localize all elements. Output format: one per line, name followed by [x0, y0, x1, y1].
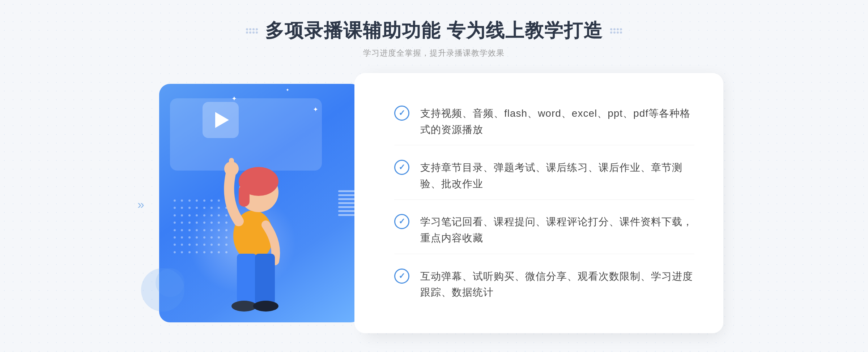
line-2	[338, 194, 356, 196]
svg-rect-4	[237, 254, 257, 304]
checkmark-symbol-3: ✓	[399, 218, 405, 226]
check-icon-3: ✓	[394, 214, 409, 229]
content-area: » ✦ ✦ ✦	[145, 73, 723, 333]
left-illustration: » ✦ ✦ ✦	[145, 73, 369, 333]
svg-rect-9	[229, 158, 234, 171]
line-7	[338, 214, 356, 216]
svg-point-7	[253, 301, 278, 312]
svg-rect-3	[239, 185, 250, 207]
star-decoration-2: ✦	[313, 106, 318, 113]
svg-rect-5	[255, 254, 275, 304]
feature-item-2: ✓ 支持章节目录、弹题考试、课后练习、课后作业、章节测验、批改作业	[394, 153, 694, 200]
left-dot-decoration	[246, 28, 258, 34]
feature-item-1: ✓ 支持视频、音频、flash、word、excel、ppt、pdf等各种格式的…	[394, 98, 694, 146]
line-6	[338, 210, 356, 212]
right-dot-decoration	[610, 28, 622, 34]
header-section: 多项录播课辅助功能 专为线上教学打造 学习进度全掌握，提升录播课教学效果	[246, 18, 622, 59]
chevron-icon: »	[137, 198, 144, 210]
feature-text-4: 互动弹幕、试听购买、微信分享、观看次数限制、学习进度跟踪、数据统计	[420, 269, 694, 301]
star-decoration-3: ✦	[286, 87, 289, 93]
line-4	[338, 202, 356, 204]
page-wrapper: 多项录播课辅助功能 专为线上教学打造 学习进度全掌握，提升录播课教学效果 »	[0, 0, 868, 352]
feature-text-1: 支持视频、音频、flash、word、excel、ppt、pdf等各种格式的资源…	[420, 106, 694, 138]
header-title-row: 多项录播课辅助功能 专为线上教学打造	[246, 18, 622, 43]
check-icon-1: ✓	[394, 106, 409, 121]
svg-point-6	[231, 301, 257, 312]
left-chevron-decoration: »	[137, 198, 144, 210]
illustration-card: ✦ ✦ ✦	[159, 84, 362, 322]
checkmark-symbol-2: ✓	[399, 163, 405, 171]
feature-item-3: ✓ 学习笔记回看、课程提问、课程评论打分、课件资料下载，重点内容收藏	[394, 207, 694, 254]
checkmark-symbol-4: ✓	[399, 272, 405, 280]
deco-circle-small	[156, 268, 184, 297]
check-icon-4: ✓	[394, 269, 409, 284]
character-illustration	[203, 113, 304, 322]
features-panel: ✓ 支持视频、音频、flash、word、excel、ppt、pdf等各种格式的…	[365, 73, 723, 333]
line-5	[338, 206, 356, 208]
line-1	[338, 190, 356, 192]
page-title: 多项录播课辅助功能 专为线上教学打造	[265, 18, 603, 43]
line-decorations	[338, 190, 356, 216]
page-subtitle: 学习进度全掌握，提升录播课教学效果	[246, 48, 622, 59]
feature-text-3: 学习笔记回看、课程提问、课程评论打分、课件资料下载，重点内容收藏	[420, 214, 694, 246]
checkmark-symbol-1: ✓	[399, 109, 405, 117]
line-3	[338, 198, 356, 200]
star-decoration-1: ✦	[231, 95, 237, 103]
check-icon-2: ✓	[394, 160, 409, 175]
feature-item-4: ✓ 互动弹幕、试听购买、微信分享、观看次数限制、学习进度跟踪、数据统计	[394, 261, 694, 308]
feature-text-2: 支持章节目录、弹题考试、课后练习、课后作业、章节测验、批改作业	[420, 160, 694, 192]
